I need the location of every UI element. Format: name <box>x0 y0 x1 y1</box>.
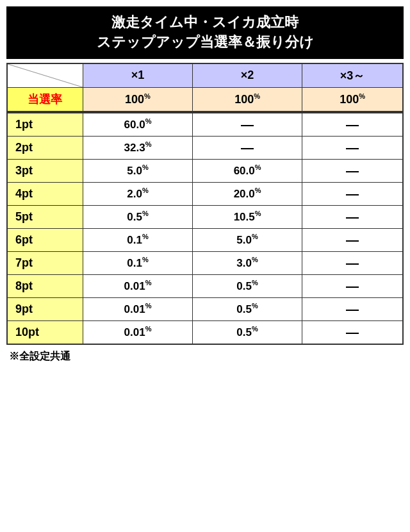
pt-label: 6pt <box>7 228 83 251</box>
empty-header-cell <box>7 63 83 88</box>
table-row: 3pt5.0%60.0%— <box>7 159 403 182</box>
pt-label: 4pt <box>7 182 83 205</box>
pt-val3: — <box>302 228 403 251</box>
pt-label: 9pt <box>7 297 83 320</box>
pt-val2: 0.5% <box>193 274 302 297</box>
pt-val1: 0.01% <box>83 297 192 320</box>
pt-val2: — <box>193 113 302 136</box>
pt-val2: 10.5% <box>193 205 302 228</box>
table-row: 9pt0.01%0.5%— <box>7 297 403 320</box>
table-row: 10pt0.01%0.5%— <box>7 320 403 344</box>
pt-val1: 60.0% <box>83 113 192 136</box>
pt-val3: — <box>302 297 403 320</box>
main-table: ×1 ×2 ×3～ 当選率 100% 100% 100% 1pt60.0%——2… <box>6 63 404 345</box>
pt-val1: 32.3% <box>83 136 192 159</box>
tosen-label: 当選率 <box>7 87 83 111</box>
pt-val3: — <box>302 113 403 136</box>
pt-val3: — <box>302 274 403 297</box>
tosen-val2: 100% <box>193 87 302 111</box>
title-line1: 激走タイム中・スイカ成立時 <box>10 13 400 33</box>
diagonal-line-icon <box>8 64 83 87</box>
pt-label: 5pt <box>7 205 83 228</box>
pt-val2: 3.0% <box>193 251 302 274</box>
tosen-val1: 100% <box>83 87 192 111</box>
pt-val1: 0.5% <box>83 205 192 228</box>
pt-val2: 20.0% <box>193 182 302 205</box>
pt-val1: 2.0% <box>83 182 192 205</box>
table-row: 5pt0.5%10.5%— <box>7 205 403 228</box>
pt-val2: 0.5% <box>193 320 302 344</box>
pt-val1: 0.01% <box>83 274 192 297</box>
pt-val3: — <box>302 251 403 274</box>
pt-val2: 0.5% <box>193 297 302 320</box>
table-body: 1pt60.0%——2pt32.3%——3pt5.0%60.0%—4pt2.0%… <box>7 111 403 344</box>
pt-val3: — <box>302 136 403 159</box>
mult2-header: ×2 <box>193 63 302 88</box>
pt-label: 10pt <box>7 320 83 344</box>
footer-note: ※全設定共通 <box>6 350 404 363</box>
pt-val1: 0.1% <box>83 251 192 274</box>
title-line2: ステップアップ当選率＆振り分け <box>10 33 400 53</box>
table-row: 1pt60.0%—— <box>7 113 403 136</box>
pt-val3: — <box>302 182 403 205</box>
pt-label: 1pt <box>7 113 83 136</box>
tosen-row: 当選率 100% 100% 100% <box>7 87 403 111</box>
pt-label: 3pt <box>7 159 83 182</box>
pt-val1: 0.1% <box>83 228 192 251</box>
table-row: 7pt0.1%3.0%— <box>7 251 403 274</box>
header-row: ×1 ×2 ×3～ <box>7 63 403 88</box>
pt-val2: 5.0% <box>193 228 302 251</box>
pt-val2: 60.0% <box>193 159 302 182</box>
pt-val3: — <box>302 159 403 182</box>
pt-val1: 0.01% <box>83 320 192 344</box>
pt-label: 7pt <box>7 251 83 274</box>
mult3-header: ×3～ <box>302 63 403 88</box>
table-row: 2pt32.3%—— <box>7 136 403 159</box>
svg-line-0 <box>8 64 83 87</box>
table-row: 8pt0.01%0.5%— <box>7 274 403 297</box>
mult1-header: ×1 <box>83 63 192 88</box>
pt-label: 8pt <box>7 274 83 297</box>
pt-val1: 5.0% <box>83 159 192 182</box>
table-row: 4pt2.0%20.0%— <box>7 182 403 205</box>
pt-val2: — <box>193 136 302 159</box>
table-row: 6pt0.1%5.0%— <box>7 228 403 251</box>
pt-label: 2pt <box>7 136 83 159</box>
pt-val3: — <box>302 320 403 344</box>
tosen-val3: 100% <box>302 87 403 111</box>
pt-val3: — <box>302 205 403 228</box>
title-area: 激走タイム中・スイカ成立時 ステップアップ当選率＆振り分け <box>6 6 404 59</box>
